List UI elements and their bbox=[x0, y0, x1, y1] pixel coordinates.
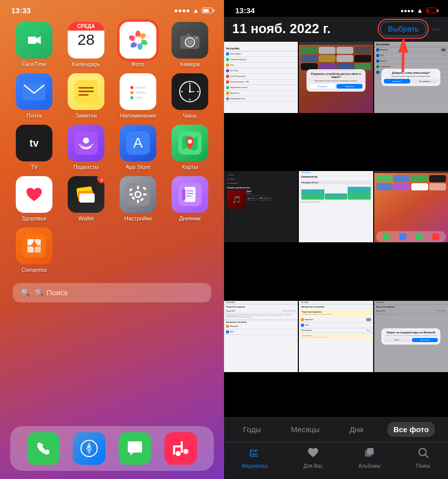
photo-cell-5[interactable]: ‹ Настройки Аккумулятор Последние 24 час… bbox=[299, 171, 373, 242]
dock-music[interactable] bbox=[164, 432, 197, 465]
photo-cell-8[interactable]: Настройки Завершение настройки Режим эне… bbox=[299, 301, 373, 372]
nav-years[interactable]: Годы bbox=[237, 422, 267, 437]
app-compress[interactable]: Compress bbox=[10, 228, 58, 273]
reminders-label: Напоминания bbox=[120, 112, 156, 119]
svg-point-13 bbox=[187, 39, 193, 45]
app-facetime[interactable]: FaceTime bbox=[10, 22, 58, 67]
albums-icon bbox=[363, 446, 376, 462]
app-mail[interactable]: Почта bbox=[10, 73, 58, 119]
dock-safari[interactable] bbox=[73, 432, 105, 465]
facetime-icon bbox=[16, 22, 52, 59]
facetime-label: FaceTime bbox=[22, 61, 47, 67]
svg-marker-1 bbox=[28, 37, 36, 44]
svg-point-24 bbox=[130, 91, 133, 94]
podcasts-icon bbox=[68, 125, 104, 161]
right-status-icons: ●●●● ▲ bbox=[401, 7, 437, 14]
dock-phone[interactable] bbox=[27, 432, 60, 465]
app-podcasts[interactable]: Подкасты bbox=[62, 125, 110, 170]
photo-cell-9[interactable]: Настройки Разрешить другим Пароль Wi-Fi1… bbox=[374, 301, 448, 372]
nav-allphotos[interactable]: Все фото bbox=[387, 422, 435, 437]
svg-rect-20 bbox=[78, 94, 89, 96]
clock-icon bbox=[172, 73, 208, 110]
app-calendar[interactable]: Среда 28 Календарь bbox=[62, 22, 110, 67]
notes-label: Заметки bbox=[75, 112, 97, 119]
svg-point-26 bbox=[130, 96, 133, 99]
svg-rect-19 bbox=[78, 91, 94, 92]
svg-rect-14 bbox=[186, 34, 190, 36]
photo-cell-6[interactable] bbox=[374, 171, 448, 242]
right-wifi-icon: ▲ bbox=[416, 7, 423, 14]
appstore-label: App Store bbox=[126, 164, 151, 170]
app-settings[interactable]: Настройки bbox=[114, 176, 162, 221]
svg-rect-27 bbox=[135, 97, 143, 99]
photo-cell-2[interactable]: Разрешить устройству доступ к фото и вид… bbox=[299, 42, 373, 113]
photo-cell-4[interactable]: ♫ Песни ⚟ Жанры ☁ Загружено Недавно доба… bbox=[224, 171, 298, 242]
svg-rect-64 bbox=[186, 195, 191, 196]
svg-line-79 bbox=[390, 45, 417, 72]
svg-rect-25 bbox=[135, 92, 146, 94]
tv-label: TV bbox=[31, 164, 38, 170]
app-tv[interactable]: tv TV bbox=[10, 125, 58, 170]
nav-months[interactable]: Месяцы bbox=[285, 422, 325, 437]
health-label: Здоровье bbox=[21, 215, 46, 221]
app-maps[interactable]: Карты bbox=[166, 125, 214, 170]
right-battery-icon bbox=[426, 8, 437, 13]
settings-label: Настройки bbox=[124, 215, 152, 221]
app-reminders[interactable]: Напоминания bbox=[114, 73, 162, 119]
right-panel: 13:34 ●●●● ▲ 11 нояб. 2022 г. Выбрать ··… bbox=[224, 0, 448, 479]
svg-marker-69 bbox=[35, 246, 41, 252]
photos-tab-bar: Медиатека Для Вас Альбомы Поиск bbox=[224, 442, 448, 479]
svg-rect-18 bbox=[78, 87, 94, 89]
settings-icon bbox=[120, 176, 156, 213]
more-button[interactable]: ··· bbox=[431, 23, 440, 35]
tv-icon: tv bbox=[16, 125, 52, 161]
tab-foryou-label: Для Вас bbox=[303, 463, 323, 469]
app-health[interactable]: Здоровье bbox=[10, 176, 58, 221]
svg-point-22 bbox=[130, 86, 133, 89]
select-button[interactable]: Выбрать bbox=[380, 21, 426, 36]
svg-text:tv: tv bbox=[30, 137, 39, 149]
right-status-bar: 13:34 ●●●● ▲ bbox=[224, 0, 448, 17]
tab-search-label: Поиск bbox=[416, 463, 430, 469]
svg-rect-51 bbox=[137, 186, 139, 189]
svg-rect-77 bbox=[173, 445, 183, 447]
app-appstore[interactable]: A App Store bbox=[114, 125, 162, 170]
nav-days[interactable]: Дни bbox=[344, 422, 370, 437]
svg-line-83 bbox=[426, 455, 429, 458]
tab-library-label: Медиатека bbox=[242, 463, 268, 469]
svg-point-43 bbox=[188, 139, 192, 144]
search-bar[interactable]: 🔍 🔍 Поиск bbox=[13, 283, 211, 302]
app-notes[interactable]: Заметки bbox=[62, 73, 110, 119]
svg-rect-16 bbox=[23, 83, 45, 100]
svg-point-82 bbox=[419, 448, 426, 456]
tab-search[interactable]: Поиск bbox=[408, 446, 438, 469]
left-time: 13:33 bbox=[11, 6, 31, 15]
dock-messages[interactable] bbox=[119, 432, 151, 465]
calendar-month: Среда bbox=[68, 22, 104, 31]
svg-text:A: A bbox=[133, 135, 143, 151]
svg-point-39 bbox=[83, 137, 89, 144]
svg-rect-23 bbox=[135, 87, 146, 89]
wallet-icon: 3 bbox=[68, 176, 104, 213]
svg-rect-60 bbox=[184, 187, 195, 202]
compress-label: Compress bbox=[21, 267, 47, 273]
photos-title: 11 нояб. 2022 г. bbox=[232, 21, 331, 37]
photo-cell-7[interactable]: Настройки Разрешить другим Пароль Wi-Fif… bbox=[224, 301, 298, 372]
maps-label: Карты bbox=[182, 164, 198, 170]
svg-point-10 bbox=[134, 36, 142, 44]
photo-cell-1[interactable]: Настройки Экран «Домой» Универсальный до… bbox=[224, 42, 298, 113]
app-diary[interactable]: Дневник bbox=[166, 176, 214, 221]
svg-point-15 bbox=[195, 37, 198, 39]
search-tab-icon bbox=[417, 446, 429, 462]
app-clock[interactable]: Часы bbox=[166, 73, 214, 119]
svg-rect-47 bbox=[79, 193, 95, 203]
left-status-bar: 13:33 ●●●● ▲ bbox=[0, 0, 224, 17]
tab-library[interactable]: Медиатека bbox=[234, 446, 276, 469]
tab-albums[interactable]: Альбомы bbox=[350, 446, 388, 469]
app-photos[interactable]: Фото bbox=[114, 22, 162, 67]
app-wallet[interactable]: 3 Wallet bbox=[62, 176, 110, 221]
svg-point-50 bbox=[136, 192, 140, 196]
tab-foryou[interactable]: Для Вас bbox=[295, 446, 331, 469]
battery-icon bbox=[202, 8, 213, 13]
app-camera[interactable]: Камера bbox=[166, 22, 214, 67]
